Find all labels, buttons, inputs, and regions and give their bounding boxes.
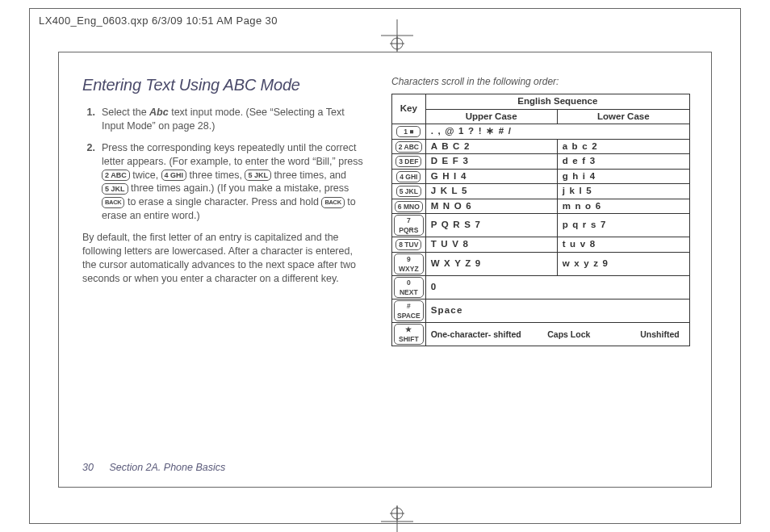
table-row: 2 ABCA B C 2a b c 2 (392, 139, 690, 154)
key-cell: 9 WXYZ (392, 252, 426, 275)
section-label: Section 2A. Phone Basics (109, 462, 225, 473)
key-cell: 1 ■ (392, 124, 426, 140)
th-english-sequence: English Sequence (425, 94, 689, 110)
lower-cell: a b c 2 (557, 139, 689, 154)
upper-cell: G H I 4 (425, 169, 557, 184)
text: three times, and (274, 170, 346, 181)
key-cell: 0 NEXT (392, 275, 426, 299)
lower-cell: m n o 6 (557, 199, 689, 214)
keycap-icon: 9 WXYZ (394, 253, 424, 274)
text: Select the (102, 107, 149, 118)
text: three times again.) (If you make a mista… (131, 182, 349, 194)
table-row: 8 TUVT U V 8t u v 8 (392, 237, 690, 253)
lower-cell: w x y z 9 (557, 252, 689, 275)
keycap-icon: 7 PQRS (394, 215, 424, 236)
th-key: Key (392, 94, 426, 124)
keycap-2: 2 ABC (102, 170, 130, 181)
text: Press the corresponding keys repeatedly … (102, 142, 363, 167)
keycap-back: BACK (321, 197, 344, 208)
text: three times, (190, 170, 245, 181)
keycap-icon: 0 NEXT (394, 277, 424, 298)
step-number: 1. (82, 106, 102, 133)
shift-sequence-cell: One-character- shiftedCaps LockUnshifted (425, 322, 689, 346)
keycap-5: 5 JKL (245, 170, 271, 181)
keycap-icon: 8 TUV (395, 239, 421, 250)
section-heading: Entering Text Using ABC Mode (82, 76, 369, 94)
table-row: # SPACESpace (392, 299, 690, 322)
upper-cell: T U V 8 (425, 237, 557, 253)
step-2: 2. Press the corresponding keys repeated… (82, 141, 369, 223)
keycap-icon: # SPACE (394, 300, 424, 321)
lower-cell: j k l 5 (557, 184, 689, 199)
table-row: 5 JKLJ K L 5j k l 5 (392, 184, 690, 199)
keycap-icon: 3 DEF (395, 156, 421, 167)
table-row-shift: ★ SHIFTOne-character- shiftedCaps LockUn… (392, 322, 690, 346)
table-row: 1 ■. , @ 1 ? ! ∗ # / (392, 124, 690, 140)
table-row: 0 NEXT0 (392, 275, 690, 299)
sequence-cell: 0 (425, 275, 689, 299)
page-content: Entering Text Using ABC Mode 1. Select t… (82, 76, 689, 346)
key-cell: ★ SHIFT (392, 322, 426, 346)
page-footer: 30 Section 2A. Phone Basics (82, 462, 225, 473)
key-cell: 4 GHI (392, 169, 426, 184)
sequence-cell: Space (425, 299, 689, 322)
keycap-icon: 1 ■ (396, 126, 421, 137)
text: twice, (132, 170, 161, 181)
left-column: Entering Text Using ABC Mode 1. Select t… (82, 76, 369, 346)
keycap-back: BACK (102, 197, 124, 208)
keycap-icon: 4 GHI (396, 171, 421, 182)
keycap-icon: 5 JKL (396, 186, 421, 197)
right-column: Characters scroll in the following order… (391, 76, 690, 346)
upper-cell: J K L 5 (425, 184, 557, 199)
upper-cell: M N O 6 (425, 199, 557, 214)
lower-cell: g h i 4 (557, 169, 689, 184)
table-caption: Characters scroll in the following order… (391, 76, 690, 87)
step-body: Select the Abc text input mode. (See “Se… (102, 106, 369, 133)
sequence-cell: . , @ 1 ? ! ∗ # / (425, 124, 689, 140)
upper-cell: P Q R S 7 (425, 214, 557, 237)
table-row: 3 DEFD E F 3d e f 3 (392, 154, 690, 170)
upper-cell: A B C 2 (425, 139, 557, 154)
lower-cell: d e f 3 (557, 154, 689, 170)
step-number: 2. (82, 141, 102, 223)
registration-mark-bottom (381, 505, 413, 532)
abc-mode-label: Abc (149, 107, 169, 118)
table-row: 6 MNOM N O 6m n o 6 (392, 199, 690, 214)
upper-cell: W X Y Z 9 (425, 252, 557, 275)
table-row: 7 PQRSP Q R S 7p q r s 7 (392, 214, 690, 237)
lower-cell: t u v 8 (557, 237, 689, 253)
table-row: 4 GHIG H I 4g h i 4 (392, 169, 690, 184)
keycap-icon: 6 MNO (395, 201, 423, 212)
keycap-icon: ★ SHIFT (394, 324, 424, 345)
character-sequence-table: Key English Sequence Upper Case Lower Ca… (391, 94, 690, 346)
key-cell: 5 JKL (392, 184, 426, 199)
table-row: 9 WXYZW X Y Z 9w x y z 9 (392, 252, 690, 275)
th-lower-case: Lower Case (557, 109, 689, 124)
key-cell: 2 ABC (392, 139, 426, 154)
keycap-4: 4 GHI (161, 170, 187, 181)
text: to erase a single character. Press and h… (128, 196, 321, 207)
key-cell: 7 PQRS (392, 214, 426, 237)
step-body: Press the corresponding keys repeatedly … (102, 141, 369, 223)
step-1: 1. Select the Abc text input mode. (See … (82, 106, 369, 133)
key-cell: 8 TUV (392, 237, 426, 253)
registration-mark-top (381, 19, 413, 52)
key-cell: 3 DEF (392, 154, 426, 170)
keycap-icon: 2 ABC (395, 141, 422, 153)
lower-cell: p q r s 7 (557, 214, 689, 237)
th-upper-case: Upper Case (425, 109, 557, 124)
key-cell: 6 MNO (392, 199, 426, 214)
prepress-slug: LX400_Eng_0603.qxp 6/3/09 10:51 AM Page … (39, 15, 278, 27)
key-cell: # SPACE (392, 299, 426, 322)
page-number: 30 (82, 462, 94, 473)
body-paragraph: By default, the first letter of an entry… (82, 231, 369, 286)
upper-cell: D E F 3 (425, 154, 557, 170)
keycap-5: 5 JKL (102, 183, 128, 195)
